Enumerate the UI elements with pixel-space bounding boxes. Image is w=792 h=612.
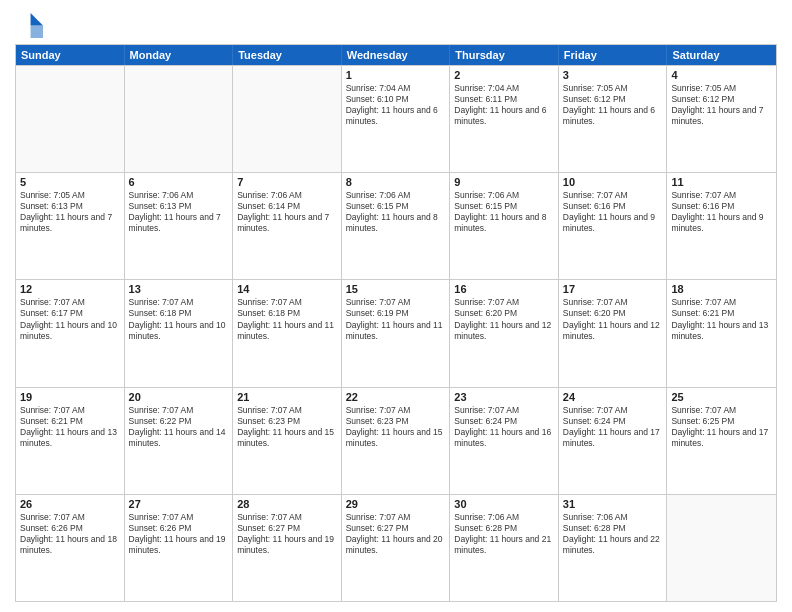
- day-number: 9: [454, 176, 554, 188]
- cell-info: Sunrise: 7:07 AMSunset: 6:21 PMDaylight:…: [20, 405, 120, 449]
- cell-info: Sunrise: 7:07 AMSunset: 6:16 PMDaylight:…: [563, 190, 663, 234]
- calendar-cell: [16, 66, 125, 172]
- day-number: 6: [129, 176, 229, 188]
- calendar-cell: 31Sunrise: 7:06 AMSunset: 6:28 PMDayligh…: [559, 495, 668, 601]
- cell-info: Sunrise: 7:06 AMSunset: 6:28 PMDaylight:…: [454, 512, 554, 556]
- cell-info: Sunrise: 7:05 AMSunset: 6:12 PMDaylight:…: [671, 83, 772, 127]
- day-number: 3: [563, 69, 663, 81]
- calendar-cell: 27Sunrise: 7:07 AMSunset: 6:26 PMDayligh…: [125, 495, 234, 601]
- calendar-week-row: 5Sunrise: 7:05 AMSunset: 6:13 PMDaylight…: [16, 172, 776, 279]
- day-number: 31: [563, 498, 663, 510]
- day-number: 16: [454, 283, 554, 295]
- calendar-header-cell: Friday: [559, 45, 668, 65]
- calendar-cell: 6Sunrise: 7:06 AMSunset: 6:13 PMDaylight…: [125, 173, 234, 279]
- cell-info: Sunrise: 7:07 AMSunset: 6:23 PMDaylight:…: [237, 405, 337, 449]
- calendar-cell: 5Sunrise: 7:05 AMSunset: 6:13 PMDaylight…: [16, 173, 125, 279]
- cell-info: Sunrise: 7:07 AMSunset: 6:21 PMDaylight:…: [671, 297, 772, 341]
- calendar-cell: 15Sunrise: 7:07 AMSunset: 6:19 PMDayligh…: [342, 280, 451, 386]
- calendar-cell: 18Sunrise: 7:07 AMSunset: 6:21 PMDayligh…: [667, 280, 776, 386]
- calendar-week-row: 1Sunrise: 7:04 AMSunset: 6:10 PMDaylight…: [16, 65, 776, 172]
- cell-info: Sunrise: 7:06 AMSunset: 6:15 PMDaylight:…: [346, 190, 446, 234]
- day-number: 2: [454, 69, 554, 81]
- svg-marker-1: [31, 26, 43, 38]
- day-number: 14: [237, 283, 337, 295]
- day-number: 20: [129, 391, 229, 403]
- cell-info: Sunrise: 7:07 AMSunset: 6:20 PMDaylight:…: [563, 297, 663, 341]
- calendar-cell: 8Sunrise: 7:06 AMSunset: 6:15 PMDaylight…: [342, 173, 451, 279]
- calendar-cell: [233, 66, 342, 172]
- calendar-cell: 25Sunrise: 7:07 AMSunset: 6:25 PMDayligh…: [667, 388, 776, 494]
- calendar-cell: 22Sunrise: 7:07 AMSunset: 6:23 PMDayligh…: [342, 388, 451, 494]
- calendar-cell: 3Sunrise: 7:05 AMSunset: 6:12 PMDaylight…: [559, 66, 668, 172]
- calendar-cell: 16Sunrise: 7:07 AMSunset: 6:20 PMDayligh…: [450, 280, 559, 386]
- day-number: 5: [20, 176, 120, 188]
- day-number: 22: [346, 391, 446, 403]
- calendar-week-row: 12Sunrise: 7:07 AMSunset: 6:17 PMDayligh…: [16, 279, 776, 386]
- calendar-cell: 20Sunrise: 7:07 AMSunset: 6:22 PMDayligh…: [125, 388, 234, 494]
- day-number: 26: [20, 498, 120, 510]
- day-number: 27: [129, 498, 229, 510]
- calendar-cell: 28Sunrise: 7:07 AMSunset: 6:27 PMDayligh…: [233, 495, 342, 601]
- day-number: 25: [671, 391, 772, 403]
- svg-marker-0: [31, 13, 43, 25]
- calendar-cell: [125, 66, 234, 172]
- cell-info: Sunrise: 7:05 AMSunset: 6:12 PMDaylight:…: [563, 83, 663, 127]
- cell-info: Sunrise: 7:04 AMSunset: 6:10 PMDaylight:…: [346, 83, 446, 127]
- cell-info: Sunrise: 7:07 AMSunset: 6:27 PMDaylight:…: [346, 512, 446, 556]
- calendar-header-row: SundayMondayTuesdayWednesdayThursdayFrid…: [16, 45, 776, 65]
- calendar-cell: 26Sunrise: 7:07 AMSunset: 6:26 PMDayligh…: [16, 495, 125, 601]
- calendar-cell: 23Sunrise: 7:07 AMSunset: 6:24 PMDayligh…: [450, 388, 559, 494]
- day-number: 7: [237, 176, 337, 188]
- cell-info: Sunrise: 7:07 AMSunset: 6:17 PMDaylight:…: [20, 297, 120, 341]
- calendar-cell: 4Sunrise: 7:05 AMSunset: 6:12 PMDaylight…: [667, 66, 776, 172]
- cell-info: Sunrise: 7:06 AMSunset: 6:14 PMDaylight:…: [237, 190, 337, 234]
- day-number: 24: [563, 391, 663, 403]
- calendar-cell: 17Sunrise: 7:07 AMSunset: 6:20 PMDayligh…: [559, 280, 668, 386]
- header: [15, 10, 777, 38]
- calendar-header-cell: Thursday: [450, 45, 559, 65]
- calendar-cell: 19Sunrise: 7:07 AMSunset: 6:21 PMDayligh…: [16, 388, 125, 494]
- calendar-cell: 24Sunrise: 7:07 AMSunset: 6:24 PMDayligh…: [559, 388, 668, 494]
- cell-info: Sunrise: 7:07 AMSunset: 6:26 PMDaylight:…: [129, 512, 229, 556]
- day-number: 12: [20, 283, 120, 295]
- cell-info: Sunrise: 7:07 AMSunset: 6:23 PMDaylight:…: [346, 405, 446, 449]
- day-number: 28: [237, 498, 337, 510]
- day-number: 23: [454, 391, 554, 403]
- cell-info: Sunrise: 7:07 AMSunset: 6:18 PMDaylight:…: [237, 297, 337, 341]
- calendar-header-cell: Wednesday: [342, 45, 451, 65]
- cell-info: Sunrise: 7:07 AMSunset: 6:22 PMDaylight:…: [129, 405, 229, 449]
- day-number: 11: [671, 176, 772, 188]
- calendar-week-row: 26Sunrise: 7:07 AMSunset: 6:26 PMDayligh…: [16, 494, 776, 601]
- calendar-cell: 9Sunrise: 7:06 AMSunset: 6:15 PMDaylight…: [450, 173, 559, 279]
- day-number: 15: [346, 283, 446, 295]
- page: SundayMondayTuesdayWednesdayThursdayFrid…: [0, 0, 792, 612]
- cell-info: Sunrise: 7:06 AMSunset: 6:13 PMDaylight:…: [129, 190, 229, 234]
- cell-info: Sunrise: 7:07 AMSunset: 6:26 PMDaylight:…: [20, 512, 120, 556]
- day-number: 8: [346, 176, 446, 188]
- cell-info: Sunrise: 7:06 AMSunset: 6:28 PMDaylight:…: [563, 512, 663, 556]
- calendar-cell: 11Sunrise: 7:07 AMSunset: 6:16 PMDayligh…: [667, 173, 776, 279]
- calendar-header-cell: Monday: [125, 45, 234, 65]
- calendar-week-row: 19Sunrise: 7:07 AMSunset: 6:21 PMDayligh…: [16, 387, 776, 494]
- day-number: 17: [563, 283, 663, 295]
- calendar-cell: 30Sunrise: 7:06 AMSunset: 6:28 PMDayligh…: [450, 495, 559, 601]
- calendar-cell: 1Sunrise: 7:04 AMSunset: 6:10 PMDaylight…: [342, 66, 451, 172]
- cell-info: Sunrise: 7:07 AMSunset: 6:24 PMDaylight:…: [563, 405, 663, 449]
- calendar-cell: 12Sunrise: 7:07 AMSunset: 6:17 PMDayligh…: [16, 280, 125, 386]
- cell-info: Sunrise: 7:07 AMSunset: 6:25 PMDaylight:…: [671, 405, 772, 449]
- day-number: 19: [20, 391, 120, 403]
- calendar-header-cell: Sunday: [16, 45, 125, 65]
- cell-info: Sunrise: 7:07 AMSunset: 6:19 PMDaylight:…: [346, 297, 446, 341]
- calendar-cell: 21Sunrise: 7:07 AMSunset: 6:23 PMDayligh…: [233, 388, 342, 494]
- cell-info: Sunrise: 7:07 AMSunset: 6:20 PMDaylight:…: [454, 297, 554, 341]
- calendar-body: 1Sunrise: 7:04 AMSunset: 6:10 PMDaylight…: [16, 65, 776, 601]
- calendar-cell: [667, 495, 776, 601]
- cell-info: Sunrise: 7:07 AMSunset: 6:27 PMDaylight:…: [237, 512, 337, 556]
- calendar-header-cell: Saturday: [667, 45, 776, 65]
- logo: [15, 10, 47, 38]
- day-number: 1: [346, 69, 446, 81]
- day-number: 21: [237, 391, 337, 403]
- calendar-cell: 7Sunrise: 7:06 AMSunset: 6:14 PMDaylight…: [233, 173, 342, 279]
- cell-info: Sunrise: 7:04 AMSunset: 6:11 PMDaylight:…: [454, 83, 554, 127]
- calendar-cell: 2Sunrise: 7:04 AMSunset: 6:11 PMDaylight…: [450, 66, 559, 172]
